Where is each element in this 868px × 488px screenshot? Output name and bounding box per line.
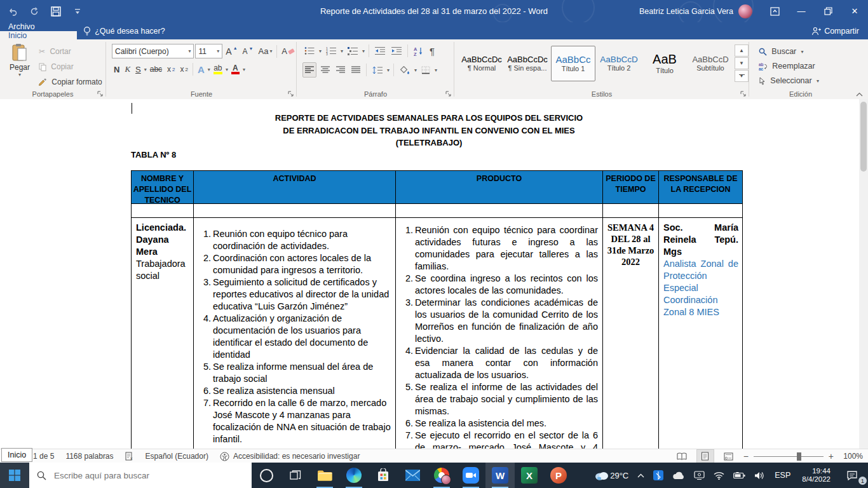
superscript-button[interactable]: x2 xyxy=(179,62,190,76)
taskbar-search-input[interactable] xyxy=(53,470,220,481)
web-layout-button[interactable] xyxy=(721,450,737,463)
word-button[interactable]: W xyxy=(485,463,515,488)
collapse-ribbon-icon[interactable] xyxy=(856,92,863,97)
underline-button[interactable]: S xyxy=(133,62,143,76)
start-button[interactable] xyxy=(0,463,29,488)
style-sin-espaciado[interactable]: AaBbCcDc¶ Sin espa... xyxy=(505,46,550,81)
strikethrough-button[interactable]: abc xyxy=(148,62,164,76)
restore-button[interactable] xyxy=(815,0,841,22)
zoom-slider[interactable]: − + xyxy=(743,451,834,461)
word-count[interactable]: 1168 palabras xyxy=(65,452,113,461)
vertical-scrollbar[interactable] xyxy=(859,99,868,449)
font-color-button[interactable]: A xyxy=(229,62,241,76)
replace-button[interactable]: abac Reemplazar xyxy=(757,59,817,73)
page-indicator[interactable]: 1 de 5 xyxy=(33,452,54,461)
align-left-button[interactable] xyxy=(302,62,316,78)
proofing-icon[interactable]: x xyxy=(125,452,134,461)
edge-button[interactable] xyxy=(339,463,369,488)
style-normal[interactable]: AaBbCcDc¶ Normal xyxy=(459,46,504,81)
show-marks-button[interactable]: ¶ xyxy=(428,44,437,58)
read-mode-button[interactable] xyxy=(674,450,690,463)
font-name-select[interactable]: Calibri (Cuerpo)▾ xyxy=(112,44,194,58)
mail-button[interactable] xyxy=(398,463,427,488)
share-button[interactable]: Compartir xyxy=(811,22,859,39)
ribbon-display-options-icon[interactable] xyxy=(761,0,788,22)
style-titulo2[interactable]: AaBbCcDTítulo 2 xyxy=(597,46,641,81)
print-layout-button[interactable] xyxy=(696,449,714,463)
zoom-thumb[interactable] xyxy=(797,452,801,461)
cut-button[interactable]: ✂ Cortar xyxy=(37,44,73,58)
copy-button[interactable]: Copiar xyxy=(37,60,76,74)
tray-expand-button[interactable] xyxy=(633,463,649,488)
zoom-app-button[interactable] xyxy=(456,463,485,488)
clear-formatting-button[interactable]: A xyxy=(280,44,296,58)
highlight-button[interactable]: ab xyxy=(212,62,224,76)
format-painter-button[interactable]: Copiar formato xyxy=(37,75,104,89)
subscript-button[interactable]: x2 xyxy=(165,62,177,76)
find-button[interactable]: Buscar ▾ xyxy=(757,44,806,58)
language-indicator[interactable]: Español (Ecuador) xyxy=(146,452,208,461)
styles-scroll-down[interactable]: ▼ xyxy=(735,57,749,69)
dialog-launcher-icon[interactable] xyxy=(739,90,747,97)
accessibility-status[interactable]: Accesibilidad: es necesario investigar xyxy=(233,452,360,461)
close-button[interactable]: ✕ xyxy=(841,0,868,22)
underline-dropdown-icon[interactable]: ▾ xyxy=(144,67,147,72)
align-right-button[interactable] xyxy=(334,63,347,77)
clock[interactable]: 19:448/4/2022 xyxy=(796,463,836,488)
weather-button[interactable]: 29°C xyxy=(590,463,633,488)
battery-button[interactable] xyxy=(729,463,750,488)
font-size-select[interactable]: 11▾ xyxy=(195,44,222,58)
meet-now-button[interactable] xyxy=(689,463,709,488)
styles-more[interactable]: ▼ xyxy=(735,70,749,82)
scrollbar-thumb[interactable] xyxy=(860,102,867,172)
taskbar-search[interactable] xyxy=(29,463,252,488)
italic-button[interactable]: K xyxy=(123,62,132,76)
bluetooth-button[interactable] xyxy=(649,463,668,488)
task-view-button[interactable] xyxy=(281,463,310,488)
report-table[interactable]: NOMBRE Y APELLIDO DEL TECNICO ACTIVIDAD … xyxy=(131,170,743,449)
dialog-launcher-icon[interactable] xyxy=(444,90,452,97)
line-spacing-button[interactable] xyxy=(370,63,384,77)
onedrive-button[interactable] xyxy=(668,463,689,488)
styles-scroll-up[interactable]: ▲ xyxy=(735,44,749,57)
notifications-button[interactable]: 1 xyxy=(836,463,868,488)
style-titulo[interactable]: AaBTítulo xyxy=(642,46,687,81)
cortana-button[interactable] xyxy=(252,463,281,488)
store-button[interactable] xyxy=(369,463,398,488)
increase-indent-button[interactable] xyxy=(390,44,403,58)
document-canvas[interactable]: REPORTE DE ACTVIDADES SEMANALES PARA LOS… xyxy=(0,99,859,449)
justify-button[interactable] xyxy=(349,63,362,77)
bold-button[interactable]: N xyxy=(112,62,121,76)
grow-font-button[interactable]: A▲ xyxy=(224,44,239,58)
dialog-launcher-icon[interactable] xyxy=(96,90,104,97)
align-center-button[interactable] xyxy=(319,63,332,77)
multilevel-list-button[interactable] xyxy=(346,44,360,58)
decrease-indent-button[interactable] xyxy=(373,44,387,58)
zoom-in-button[interactable]: + xyxy=(829,451,834,461)
style-subtitulo[interactable]: AaBbCcDSubtítulo xyxy=(688,46,733,81)
style-titulo1[interactable]: AaBbCcTítulo 1 xyxy=(551,46,595,81)
select-button[interactable]: Seleccionar ▾ xyxy=(757,74,821,88)
sort-button[interactable]: AZ xyxy=(412,44,425,58)
dialog-launcher-icon[interactable] xyxy=(287,90,294,97)
paste-button[interactable]: Pegar ▾ xyxy=(5,43,34,78)
zoom-percentage[interactable]: 100% xyxy=(840,452,863,461)
text-effects-button[interactable]: A xyxy=(196,62,207,76)
zoom-out-button[interactable]: − xyxy=(743,451,749,461)
ribbon-tab[interactable]: Archivo xyxy=(0,22,77,31)
borders-button[interactable] xyxy=(419,63,432,77)
chrome-button[interactable] xyxy=(427,463,456,488)
minimize-button[interactable]: — xyxy=(788,0,815,22)
zoom-track[interactable] xyxy=(754,456,824,457)
paste-dropdown-icon[interactable]: ▾ xyxy=(5,72,34,78)
powerpoint-button[interactable]: P xyxy=(544,463,573,488)
shading-button[interactable] xyxy=(398,63,412,77)
ribbon-tab[interactable]: Inicio xyxy=(0,31,77,40)
excel-button[interactable]: X xyxy=(515,463,544,488)
language-switcher[interactable]: ESP xyxy=(769,463,796,488)
numbering-button[interactable]: 123 xyxy=(324,44,338,58)
file-explorer-button[interactable] xyxy=(310,463,339,488)
tell-me-box[interactable]: ¿Qué desea hacer? xyxy=(77,22,172,39)
shrink-font-button[interactable]: A▼ xyxy=(241,44,255,58)
avatar[interactable] xyxy=(738,4,752,18)
